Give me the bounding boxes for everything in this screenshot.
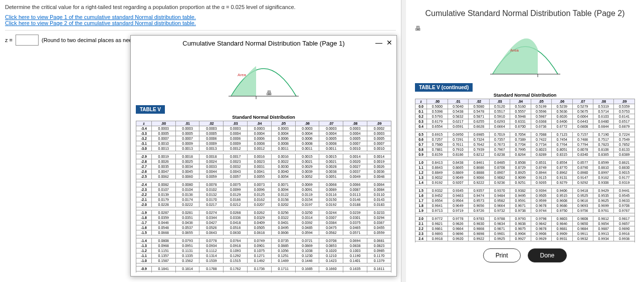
prob-cell: 0.0571 bbox=[343, 230, 367, 235]
prob-cell: 0.6443 bbox=[572, 119, 593, 124]
z-value: -2.9 bbox=[136, 154, 152, 159]
prob-cell: 0.0003 bbox=[175, 126, 199, 131]
z-value: -2.5 bbox=[136, 174, 152, 179]
prob-cell: 0.1788 bbox=[199, 266, 224, 271]
modal-body[interactable]: 🖶 z Area TABLE V Standard Normal Distrib… bbox=[131, 51, 396, 272]
link-page1[interactable]: Click here to view Page 1 of the cumulat… bbox=[5, 14, 396, 20]
prob-cell: 0.9591 bbox=[510, 198, 531, 203]
prob-cell: 0.9177 bbox=[614, 175, 635, 180]
z-value: 1.2 bbox=[415, 170, 427, 175]
table-row: 1.40.91920.92070.92220.92360.92510.92650… bbox=[415, 180, 635, 185]
prob-cell: 0.0003 bbox=[343, 126, 367, 131]
col-header: .04 bbox=[510, 99, 531, 104]
prob-cell: 0.7123 bbox=[552, 132, 572, 137]
prob-cell: 0.1446 bbox=[295, 258, 319, 263]
prob-cell: 0.9332 bbox=[427, 188, 448, 193]
prob-cell: 0.0014 bbox=[367, 154, 391, 159]
close-icon[interactable]: ✕ bbox=[386, 39, 392, 47]
prob-cell: 0.0901 bbox=[248, 243, 272, 248]
print-button[interactable]: Print bbox=[483, 248, 521, 262]
z-value: -3.3 bbox=[136, 131, 152, 136]
prob-cell: 0.5948 bbox=[510, 114, 531, 119]
prob-cell: 0.9222 bbox=[469, 180, 489, 185]
main-panel: Determine the critical value for a right… bbox=[0, 0, 401, 282]
prob-cell: 0.0516 bbox=[224, 225, 248, 230]
prob-cell: 0.1736 bbox=[248, 266, 272, 271]
link-page2[interactable]: Click here to view Page 2 of the cumulat… bbox=[5, 20, 396, 26]
prob-cell: 0.0764 bbox=[224, 238, 248, 243]
prob-cell: 0.9306 bbox=[593, 180, 614, 185]
prob-cell: 0.7580 bbox=[427, 142, 448, 147]
prob-cell: 0.5080 bbox=[469, 104, 489, 109]
prob-cell: 0.7088 bbox=[531, 132, 551, 137]
prob-cell: 0.2033 bbox=[224, 271, 248, 273]
print-icon-right[interactable]: 🖶 bbox=[415, 25, 421, 32]
prob-cell: 0.0003 bbox=[295, 126, 319, 131]
prob-cell: 0.0011 bbox=[271, 146, 295, 151]
question-text: Determine the critical value for a right… bbox=[0, 0, 401, 14]
prob-cell: 0.9896 bbox=[448, 231, 468, 236]
prob-cell: 0.0778 bbox=[199, 238, 224, 243]
prob-cell: 0.9918 bbox=[427, 236, 448, 241]
page2-body[interactable]: 🖶 z Area TABLE V (continued) Standard No… bbox=[406, 23, 644, 242]
prob-cell: 0.9099 bbox=[510, 175, 531, 180]
prob-cell: 0.0062 bbox=[151, 174, 175, 179]
prob-cell: 0.0158 bbox=[271, 197, 295, 202]
z-value: -2.2 bbox=[136, 192, 152, 197]
prob-cell: 0.1131 bbox=[175, 248, 199, 253]
done-button[interactable]: Done bbox=[528, 248, 567, 262]
prob-cell: 0.1635 bbox=[343, 266, 367, 271]
prob-cell: 0.1251 bbox=[271, 253, 295, 258]
z-input[interactable] bbox=[16, 35, 39, 46]
minimize-icon[interactable]: — bbox=[375, 39, 382, 47]
prob-cell: 0.9706 bbox=[614, 203, 635, 208]
prob-cell: 0.0132 bbox=[199, 192, 224, 197]
prob-cell: 0.9826 bbox=[448, 221, 468, 226]
prob-cell: 0.0102 bbox=[199, 187, 224, 192]
prob-cell: 0.0427 bbox=[199, 220, 224, 225]
prob-cell: 0.0069 bbox=[295, 182, 319, 187]
prob-cell: 0.5714 bbox=[593, 109, 614, 114]
z-value: -2.4 bbox=[136, 182, 152, 187]
prob-cell: 0.0018 bbox=[199, 154, 224, 159]
prob-cell: 0.5753 bbox=[614, 109, 635, 114]
prob-cell: 0.0096 bbox=[248, 187, 272, 192]
prob-cell: 0.0409 bbox=[248, 220, 272, 225]
prob-cell: 0.0150 bbox=[319, 197, 343, 202]
prob-cell: 0.0329 bbox=[248, 215, 272, 220]
table-row: -2.00.02280.02220.02170.02120.02070.0202… bbox=[136, 202, 391, 207]
prob-cell: 0.8830 bbox=[614, 165, 635, 170]
z-value: -3.2 bbox=[136, 136, 152, 141]
table-row: 2.20.98610.98640.98680.98710.98750.98780… bbox=[415, 226, 635, 231]
prob-cell: 0.0021 bbox=[319, 159, 343, 164]
prob-cell: 0.9881 bbox=[552, 226, 572, 231]
prob-cell: 0.0008 bbox=[248, 141, 272, 146]
prob-cell: 0.0174 bbox=[175, 197, 199, 202]
prob-cell: 0.7549 bbox=[614, 137, 635, 142]
z-value: -1.4 bbox=[136, 238, 152, 243]
prob-cell: 0.8729 bbox=[510, 165, 531, 170]
table-row: -1.20.11510.11310.11120.10930.10750.1056… bbox=[136, 248, 391, 253]
prob-cell: 0.0006 bbox=[271, 136, 295, 141]
prob-cell: 0.0418 bbox=[224, 220, 248, 225]
prob-cell: 0.9808 bbox=[572, 216, 593, 221]
prob-cell: 0.9929 bbox=[531, 236, 551, 241]
col-header: .07 bbox=[319, 121, 343, 126]
prob-cell: 0.1056 bbox=[271, 248, 295, 253]
prob-cell: 0.8212 bbox=[469, 152, 489, 157]
table-row: -3.00.00130.00130.00130.00120.00120.0011… bbox=[136, 146, 391, 151]
prob-cell: 0.0110 bbox=[367, 192, 391, 197]
prob-cell: 0.5832 bbox=[448, 114, 468, 119]
prob-cell: 0.8907 bbox=[489, 170, 510, 175]
prob-cell: 0.0037 bbox=[343, 169, 367, 174]
prob-cell: 0.8621 bbox=[614, 160, 635, 165]
prob-cell: 0.0043 bbox=[224, 169, 248, 174]
prob-cell: 0.8531 bbox=[531, 160, 551, 165]
prob-cell: 0.9608 bbox=[552, 198, 572, 203]
prob-cell: 0.1093 bbox=[224, 248, 248, 253]
prob-cell: 0.6985 bbox=[469, 132, 489, 137]
z-table-page1: z.00.01.02.03.04.05.06.07.08.09-3.40.000… bbox=[136, 121, 391, 272]
prob-cell: 0.0217 bbox=[199, 202, 224, 207]
prob-cell: 0.9713 bbox=[427, 208, 448, 213]
prob-cell: 0.7794 bbox=[572, 142, 593, 147]
